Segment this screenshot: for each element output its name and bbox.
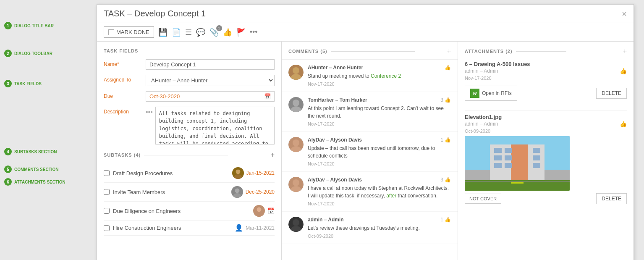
attachment-item: 6 – Drawing A-500 Issues admin – Admin N… [465, 61, 627, 103]
name-input[interactable] [146, 59, 275, 70]
comment-3-body: AlyDav – Alyson Davis 1 👍 Update – that … [308, 137, 451, 166]
subtask-1-date: Jan-15-2021 [246, 170, 275, 176]
svg-rect-25 [494, 163, 502, 168]
save-icon[interactable]: 💾 [158, 28, 168, 37]
comment-1-date: Nov-17-2020 [308, 81, 451, 87]
attachment-1-name: 6 – Drawing A-500 Issues [465, 61, 617, 67]
subtask-item: Hire Construction Engineers 👤 Mar-11-202… [104, 221, 275, 236]
like-icon: 👍 [445, 97, 451, 103]
subtask-2-avatar [231, 186, 243, 198]
subtask-4-checkbox[interactable] [104, 225, 110, 231]
comment-2-header: TomHarker – Tom Harker 3 👍 [308, 97, 451, 103]
attachment-1-date: Nov-17-2020 [465, 76, 617, 81]
dialog-title: TASK – Develop Concept 1 [104, 9, 206, 18]
rfi-logo: w [470, 89, 479, 98]
comments-divider [331, 51, 415, 52]
svg-point-7 [293, 67, 299, 74]
attachment-1-delete-button[interactable]: DELETE [596, 88, 627, 99]
open-rfis-button[interactable]: w Open in RFIs [465, 86, 517, 101]
due-value: Oct-30-2020 📅 [146, 91, 275, 102]
comment-4-likes: 3 👍 [440, 177, 451, 183]
like-icon[interactable]: 👍 [223, 28, 232, 37]
attachment-2-image [465, 136, 570, 191]
subtask-2-meta: Dec-25-2020 [231, 186, 275, 198]
description-options-icon[interactable]: ••• [146, 107, 153, 116]
attachments-title: ATTACHMENTS (2) [465, 49, 513, 54]
attachment-icon[interactable]: 📎 1 [209, 28, 219, 37]
svg-rect-21 [494, 148, 502, 153]
annotation-2: 2 DIALOG TOOLBAR [4, 50, 65, 57]
comment-5-author: admin – Admin [308, 217, 344, 223]
subtasks-header: SUBTASKS (4) + [104, 151, 275, 159]
comments-panel: COMMENTS (5) + AHunter – Anne Hunter � [282, 42, 458, 260]
comment-4-avatar [288, 177, 304, 192]
svg-rect-29 [533, 163, 540, 168]
description-input[interactable]: All tasks related to designing building … [155, 107, 275, 144]
comment-4-date: Nov-17-2020 [308, 201, 451, 206]
attachment-2-actions: NOT COVER DELETE [465, 193, 627, 204]
svg-point-0 [236, 169, 240, 174]
comment-5-header: admin – Admin 1 👍 [308, 217, 451, 223]
svg-point-15 [293, 219, 299, 226]
flag-icon[interactable]: 🚩 [236, 28, 246, 37]
svg-point-4 [257, 207, 262, 212]
attachment-1-uploader: admin – Admin [465, 68, 617, 74]
add-subtask-button[interactable]: + [271, 151, 275, 159]
svg-rect-22 [505, 148, 512, 153]
svg-rect-24 [505, 155, 512, 160]
attachments-divider [516, 51, 566, 52]
add-comment-button[interactable]: + [447, 47, 451, 55]
comment-2-text: At this point I am leaning toward Concep… [308, 105, 451, 120]
comment-5-likes: 1 👍 [440, 217, 451, 223]
attachment-1-row: 6 – Drawing A-500 Issues admin – Admin N… [465, 61, 627, 81]
subtask-item: Draft Design Procedures Jan-15-2021 [104, 164, 275, 183]
add-attachment-button[interactable]: + [623, 47, 627, 55]
more-icon[interactable]: ••• [250, 28, 258, 37]
subtask-2-date: Dec-25-2020 [246, 189, 275, 195]
comment-4-text: I have a call at noon today with Stephen… [308, 184, 451, 200]
subtask-3-checkbox[interactable] [104, 208, 110, 214]
description-label: Description [104, 107, 146, 115]
subtasks-label: SUBTASKS (4) [104, 152, 228, 158]
comment-2-body: TomHarker – Tom Harker 3 👍 At this point… [308, 97, 451, 126]
subtask-4-person-icon: 👤 [235, 224, 243, 232]
export-icon[interactable]: 📄 [172, 28, 181, 37]
list-icon[interactable]: ☰ [185, 28, 192, 37]
comment-1-author: AHunter – Anne Hunter [308, 65, 363, 71]
comment-icon[interactable]: 💬 [196, 28, 205, 37]
subtask-1-checkbox[interactable] [104, 170, 110, 176]
attachment-1-like[interactable]: 👍 [620, 68, 627, 74]
subtask-2-name: Invite Team Members [113, 189, 228, 195]
like-icon: 👍 [445, 217, 451, 223]
attachments-panel: ATTACHMENTS (2) + 6 – Drawing A-500 Issu… [458, 42, 634, 260]
like-icon: 👍 [445, 137, 451, 143]
comment-item: AHunter – Anne Hunter 👍 Stand up meeting… [282, 60, 458, 92]
subtask-2-checkbox[interactable] [104, 189, 110, 195]
svg-point-11 [293, 139, 299, 146]
comment-5-body: admin – Admin 1 👍 Let's review these dra… [308, 217, 451, 239]
comment-1-body: AHunter – Anne Hunter 👍 Stand up meeting… [308, 65, 451, 87]
comment-5-date: Oct-09-2020 [308, 234, 451, 239]
svg-rect-28 [533, 155, 540, 160]
attachment-2-delete-button[interactable]: DELETE [596, 193, 627, 204]
name-label: Name* [104, 59, 146, 67]
attachment-item: Elevation1.jpg admin – Admin Oct-09-2020… [465, 114, 627, 204]
attachment-2-like[interactable]: 👍 [620, 121, 627, 127]
assigned-to-select[interactable]: AHunter – Anne Hunter [146, 75, 275, 86]
mark-done-button[interactable]: MARK DONE [104, 26, 154, 38]
svg-rect-31 [511, 182, 524, 184]
svg-rect-27 [533, 148, 540, 153]
calendar-icon: 📅 [264, 93, 271, 100]
comment-2-author: TomHarker – Tom Harker [308, 97, 367, 103]
description-field-row: Description ••• All tasks related to des… [104, 107, 275, 144]
due-date-display[interactable]: Oct-30-2020 📅 [146, 91, 275, 102]
subtask-3-calendar: 📅 [267, 207, 275, 214]
task-fields-header: TASK FIELDS [104, 48, 275, 53]
comment-1-text: Stand up meeting moved to Conference 2 [308, 72, 451, 80]
svg-point-5 [255, 212, 263, 217]
close-button[interactable]: × [622, 10, 627, 18]
annotation-3: 3 TASK FIELDS [4, 80, 65, 87]
not-cover-button[interactable]: NOT COVER [465, 194, 501, 204]
attachment-2-date: Oct-09-2020 [465, 129, 617, 134]
subtask-4-meta: 👤 Mar-11-2021 [235, 224, 275, 232]
